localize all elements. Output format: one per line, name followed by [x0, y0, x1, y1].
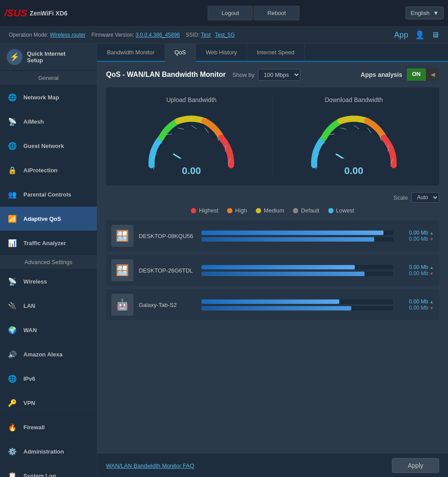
bar-up-fill [201, 299, 339, 304]
up-arrow-icon: ▲ [429, 231, 434, 235]
bar-down-track [201, 272, 393, 276]
tab-bandwidth-monitor[interactable]: Bandwidth Monitor [97, 44, 165, 61]
ssid-link[interactable]: Test [201, 32, 211, 38]
sidebar-item-guest-network[interactable]: 🌐 Guest Network [0, 134, 97, 158]
sidebar-item-system-log[interactable]: 📋 System Log [0, 464, 97, 477]
down-arrow-icon: ▼ [429, 306, 434, 310]
apply-button[interactable]: Apply [392, 458, 439, 473]
sidebar-item-quick-setup[interactable]: ⚡ Quick InternetSetup [0, 44, 97, 71]
operation-mode-link[interactable]: Wireless router [50, 32, 86, 38]
device-icon: 🪟 [111, 225, 133, 247]
legend-dot-medium [256, 208, 261, 213]
sidebar-label-system-log: System Log [23, 473, 56, 477]
sidebar-item-wan[interactable]: 🌍 WAN [0, 318, 97, 342]
language-select[interactable]: English ▼ [406, 7, 444, 19]
sidebar-label-guest-network: Guest Network [23, 143, 64, 149]
device-name: Galaxy-Tab-S2 [139, 302, 196, 308]
guest-network-icon: 🌐 [7, 140, 18, 151]
faq-link[interactable]: WAN/LAN Bandwidth Monitor FAQ [106, 462, 194, 469]
monitor-icon[interactable]: 🖥 [431, 30, 439, 40]
device-name: DESKTOP-08KQU56 [139, 233, 196, 239]
info-bar-right: App 👤 🖥 [394, 30, 439, 40]
user-icon[interactable]: 👤 [415, 30, 425, 40]
logo-model: ZenWiFi XD6 [30, 10, 67, 17]
sidebar-label-administration: Administration [23, 448, 64, 455]
scale-select[interactable]: Auto 1 10 100 [411, 192, 439, 203]
bar-down-fill [201, 306, 351, 310]
sidebar-item-wireless[interactable]: 📡 Wireless [0, 269, 97, 294]
device-upload-value: 0.00 Mb [409, 264, 428, 270]
device-download-value: 0.00 Mb [409, 305, 428, 311]
up-arrow-icon: ▲ [429, 265, 434, 270]
aiprotection-icon: 🔒 [7, 164, 18, 176]
toggle-slider[interactable]: ◀ [426, 68, 439, 81]
sidebar-item-parental-controls[interactable]: 👥 Parental Controls [0, 182, 97, 207]
bar-up-track [201, 231, 393, 235]
device-stats: 0.00 Mb ▲ 0.00 Mb ▼ [399, 264, 434, 276]
gauges-row: Upload Bandwidth [106, 87, 439, 186]
wan-icon: 🌍 [7, 324, 18, 336]
lan-icon: 🔌 [7, 300, 18, 311]
bar-up-track [201, 265, 393, 269]
app-label[interactable]: App [394, 30, 408, 40]
parental-controls-icon: 👥 [7, 189, 18, 200]
firmware-link[interactable]: 3.0.0.4.386_45898 [136, 32, 180, 38]
upload-gauge-value: 0.00 [115, 165, 268, 177]
sidebar-item-traffic-analyzer[interactable]: 📊 Traffic Analyzer [0, 231, 97, 255]
sidebar-label-wireless: Wireless [23, 278, 47, 285]
legend-row: Highest High Medium Default Lowest [106, 207, 439, 214]
main-layout: ⚡ Quick InternetSetup General 🌐 Network … [0, 44, 448, 477]
sidebar-label-adaptive-qos: Adaptive QoS [23, 216, 61, 222]
sidebar-item-amazon-alexa[interactable]: 🔊 Amazon Alexa [0, 342, 97, 367]
sidebar-item-aiprotection[interactable]: 🔒 AiProtection [0, 158, 97, 182]
tab-qos[interactable]: QoS [165, 44, 196, 62]
top-bar: /SUS ZenWiFi XD6 Logout Reboot English ▼ [0, 0, 448, 26]
down-arrow-icon: ▼ [429, 271, 434, 276]
upload-gauge: Upload Bandwidth [115, 96, 268, 177]
sidebar-item-vpn[interactable]: 🔑 VPN [0, 391, 97, 415]
info-bar-left: Operation Mode: Wireless router Firmware… [9, 32, 235, 38]
ipv6-icon: 🌐 [7, 373, 18, 384]
sidebar-item-aimesh[interactable]: 📡 AiMesh [0, 110, 97, 134]
sidebar-label-wan: WAN [23, 327, 37, 333]
sidebar-item-lan[interactable]: 🔌 LAN [0, 294, 97, 318]
sidebar-label-ipv6: IPv6 [23, 375, 35, 382]
sidebar-item-administration[interactable]: ⚙️ Administration [0, 439, 97, 464]
sidebar-label-lan: LAN [23, 303, 35, 309]
sidebar-label-network-map: Network Map [23, 94, 59, 101]
logout-button[interactable]: Logout [208, 6, 253, 20]
sidebar-advanced-header: Advanced Settings [0, 255, 97, 269]
tab-web-history[interactable]: Web History [196, 44, 247, 61]
bar-up-fill [201, 265, 355, 269]
ssid5g-link[interactable]: Test_5G [215, 32, 235, 38]
wireless-icon: 📡 [7, 276, 18, 287]
legend-dot-high [227, 208, 232, 213]
legend-lowest: Lowest [328, 207, 354, 214]
section-title: QoS - WAN/LAN Bandwidth Monitor [106, 71, 226, 79]
toggle-on-label[interactable]: ON [407, 68, 426, 81]
down-arrow-icon: ▼ [429, 237, 434, 242]
reboot-button[interactable]: Reboot [254, 6, 300, 20]
legend-highest: Highest [191, 207, 218, 214]
sidebar-label-amazon-alexa: Amazon Alexa [23, 351, 62, 358]
logo-area: /SUS ZenWiFi XD6 [4, 8, 102, 19]
sidebar-item-network-map[interactable]: 🌐 Network Map [0, 85, 97, 110]
sidebar-item-adaptive-qos[interactable]: 📶 Adaptive QoS [0, 207, 97, 231]
traffic-analyzer-icon: 📊 [7, 237, 18, 249]
chevron-down-icon: ▼ [433, 10, 439, 16]
device-name: DESKTOP-26G6TDL [139, 267, 196, 274]
legend-dot-default [293, 208, 298, 213]
sidebar-item-firewall[interactable]: 🔥 Firewall [0, 415, 97, 439]
show-by-select[interactable]: 100 Mbps 10 Mbps 1 Gbps [258, 69, 300, 81]
aimesh-icon: 📡 [7, 116, 18, 127]
info-bar: Operation Mode: Wireless router Firmware… [0, 26, 448, 44]
device-row-device1: 🪟 DESKTOP-08KQU56 0.00 Mb ▲ 0.00 Mb ▼ [106, 220, 439, 251]
tabs-bar: Bandwidth Monitor QoS Web History Intern… [97, 44, 448, 62]
firewall-icon: 🔥 [7, 421, 18, 433]
sidebar-item-ipv6[interactable]: 🌐 IPv6 [0, 367, 97, 391]
device-bars [201, 299, 393, 310]
device-bars [201, 231, 393, 242]
tab-internet-speed[interactable]: Internet Speed [247, 44, 304, 61]
device-row-device2: 🪟 DESKTOP-26G6TDL 0.00 Mb ▲ 0.00 Mb ▼ [106, 255, 439, 286]
sidebar-general-header: General [0, 71, 97, 85]
